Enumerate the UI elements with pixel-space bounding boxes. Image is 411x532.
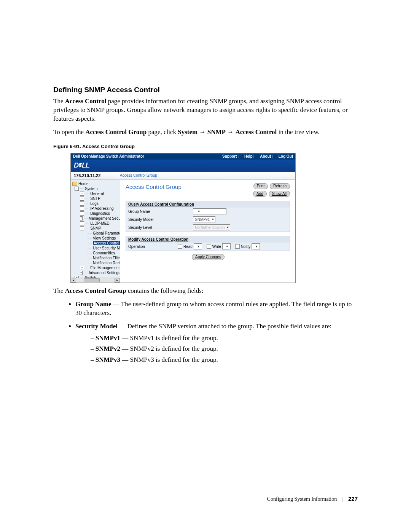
tree-system[interactable]: System	[85, 187, 97, 191]
page-footer: Configuring System Information | 227	[267, 495, 358, 502]
scroll-thumb[interactable]	[84, 278, 100, 282]
modify-panel: Modify Access Control Operation Operatio…	[126, 236, 290, 251]
text-bold: Access Control	[65, 97, 107, 105]
tree-file-management[interactable]: File Management	[90, 266, 119, 270]
about-link[interactable]: About	[260, 154, 271, 158]
chevron-down-icon: ▼	[197, 245, 200, 248]
text: — SNMPv3 is defined for the group.	[120, 356, 218, 363]
tree-ip-addressing[interactable]: IP Addressing	[90, 206, 114, 211]
text: →	[226, 128, 236, 136]
apply-changes-button[interactable]: Apply Changes	[192, 254, 225, 260]
tree-logs[interactable]: Logs	[90, 201, 99, 206]
tree-view-settings[interactable]: View Settings	[93, 236, 116, 240]
tree-general[interactable]: General	[90, 192, 104, 196]
security-level-label: Security Level	[128, 225, 193, 230]
write-checkbox[interactable]	[207, 244, 211, 249]
write-select[interactable]: ▼	[222, 243, 231, 249]
expand-icon[interactable]: +	[80, 211, 84, 216]
help-link[interactable]: Help	[244, 154, 253, 158]
bullet-list: Group Name — The user-defined group to w…	[53, 300, 358, 365]
query-panel-header: Query Access Control Configuration	[126, 201, 290, 208]
text-bold: SNMPv3	[96, 356, 120, 363]
text-bold: Security Model	[75, 323, 118, 330]
tree-diagnostics[interactable]: Diagnostics	[90, 211, 110, 216]
list-item: SNMPv1 — SNMPv1 is defined for the group…	[91, 334, 358, 343]
collapse-icon[interactable]: -	[75, 187, 79, 191]
text: — SNMPv1 is defined for the group.	[120, 334, 218, 342]
device-ip: 176.210.11.22	[71, 172, 115, 179]
logo-band: D¢LL	[71, 160, 295, 172]
read-select[interactable]: ▼	[194, 243, 202, 249]
nav-tree[interactable]: Home -····System +····General +····SNTP …	[71, 180, 120, 283]
chevron-down-icon: ▼	[198, 210, 201, 213]
text: — The user-defined group to whom access …	[75, 300, 352, 316]
tree-mgmt-security[interactable]: Management Security	[89, 216, 120, 220]
text-bold: System	[178, 128, 198, 136]
expand-icon[interactable]: +	[80, 206, 84, 211]
tree-global-params[interactable]: Global Parameters	[93, 231, 120, 235]
expand-icon[interactable]: +	[80, 192, 84, 196]
show-all-button[interactable]: Show All	[269, 191, 290, 197]
tree-snmp[interactable]: SNMP	[90, 226, 101, 230]
tree-access-control[interactable]: Access Control	[93, 241, 120, 245]
collapse-icon[interactable]: -	[80, 226, 84, 230]
write-label: Write	[212, 244, 221, 249]
tree-lldp-med[interactable]: LLDP-MED	[90, 221, 110, 225]
operation-label: Operation	[128, 244, 178, 249]
select-value: SNMPv1	[195, 217, 210, 222]
text: To open the	[53, 128, 85, 136]
expand-icon[interactable]: +	[80, 271, 83, 275]
footer-separator: |	[342, 496, 343, 502]
add-button[interactable]: Add	[253, 191, 267, 197]
scroll-left-icon[interactable]: ◂	[71, 278, 76, 283]
list-item: SNMPv3 — SNMPv3 is defined for the group…	[91, 356, 358, 364]
tree-sntp[interactable]: SNTP	[90, 197, 100, 201]
tree-user-security-model[interactable]: User Security Model	[93, 246, 120, 250]
app-title: Dell OpenManage Switch Administrator	[73, 154, 144, 158]
chevron-down-icon: ▼	[211, 218, 214, 221]
notify-label: Notify	[241, 244, 251, 249]
app-titlebar: Dell OpenManage Switch Administrator Sup…	[71, 153, 295, 160]
list-item: SNMPv2 — SNMPv2 is defined for the group…	[91, 345, 358, 353]
read-label: Read	[183, 244, 193, 249]
screenshot-figure: Dell OpenManage Switch Administrator Sup…	[70, 153, 296, 283]
security-level-select[interactable]: No Authentication▼	[193, 224, 230, 230]
support-link[interactable]: Support	[222, 154, 237, 158]
tree-notification-filter[interactable]: Notification Filter	[93, 256, 120, 260]
read-checkbox[interactable]	[178, 244, 182, 249]
text-bold: SNMPv2	[96, 345, 120, 352]
expand-icon[interactable]: +	[80, 266, 84, 270]
tree-home[interactable]: Home	[78, 182, 89, 186]
dell-logo: D¢LL	[74, 161, 89, 169]
text-bold: SNMPv1	[96, 334, 120, 342]
text-bold: Access Control Group	[65, 287, 126, 294]
text-bold: Access Control	[235, 128, 277, 136]
horizontal-scrollbar[interactable]: ◂ ▸	[71, 278, 120, 283]
security-model-select[interactable]: SNMPv1▼	[193, 216, 215, 222]
tree-notification-recipient[interactable]: Notification Recipien	[93, 261, 120, 265]
paragraph: The Access Control page provides informa…	[53, 97, 358, 123]
text: →	[198, 128, 207, 136]
notify-checkbox[interactable]	[235, 244, 240, 249]
text: in the tree view.	[277, 128, 320, 136]
print-button[interactable]: Print	[253, 183, 268, 189]
text-bold: SNMP	[207, 128, 226, 136]
tree-advanced-settings[interactable]: Advanced Settings	[89, 271, 120, 275]
expand-icon[interactable]: +	[80, 216, 83, 220]
chevron-down-icon: ▼	[255, 245, 258, 248]
list-item: Security Model — Defines the SNMP versio…	[75, 322, 358, 365]
expand-icon[interactable]: +	[80, 221, 84, 225]
tree-communities[interactable]: Communities	[93, 251, 115, 255]
scroll-right-icon[interactable]: ▸	[115, 278, 120, 283]
refresh-button[interactable]: Refresh	[270, 183, 290, 189]
page-number: 227	[348, 495, 358, 502]
select-value: No Authentication	[195, 225, 225, 230]
logout-link[interactable]: Log Out	[279, 154, 293, 158]
figure-caption: Figure 6-91. Access Control Group	[53, 144, 358, 149]
group-name-select[interactable]: ▼	[193, 208, 226, 214]
text: The	[53, 287, 65, 294]
notify-select[interactable]: ▼	[252, 243, 260, 249]
expand-icon[interactable]: +	[80, 201, 84, 206]
expand-icon[interactable]: +	[80, 197, 84, 201]
text-bold: Access Control Group	[85, 128, 147, 136]
